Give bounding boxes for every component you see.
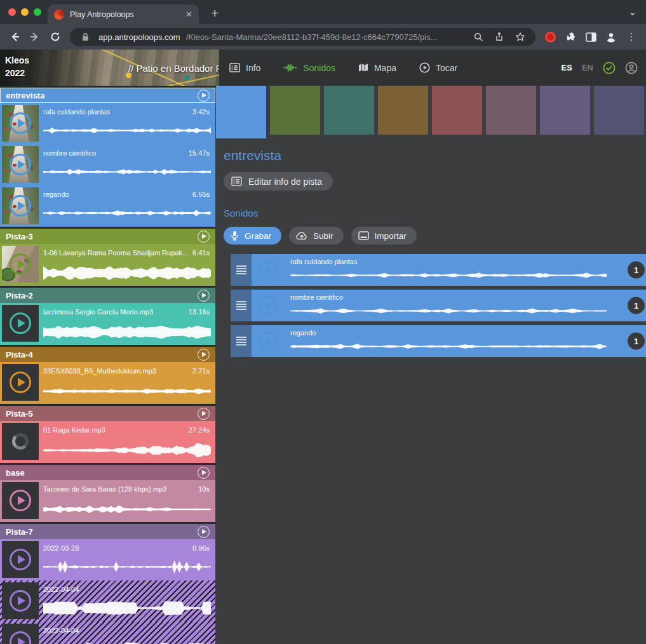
sidebar-sound[interactable]: 2022-03-28 0.96s	[0, 539, 215, 580]
sound-thumbnail[interactable]	[2, 482, 39, 519]
record-sound-button[interactable]: Grabar	[224, 227, 281, 245]
track-color-swatch[interactable]	[324, 86, 374, 135]
sound-thumbnail[interactable]	[252, 254, 283, 286]
track-header[interactable]: Pista-5	[0, 406, 215, 421]
track-swatch-strip	[215, 86, 646, 135]
browser-tab[interactable]: Play Antropoloops ✕	[48, 4, 199, 24]
back-button[interactable]	[5, 27, 24, 46]
sound-name: rafa cuidando plantas	[290, 258, 357, 265]
track-color-swatch[interactable]	[486, 86, 536, 135]
track-color-swatch[interactable]	[594, 86, 644, 135]
nav-sonidos[interactable]: Sonidos	[283, 63, 335, 73]
forward-button[interactable]	[25, 27, 44, 46]
sound-thumbnail[interactable]	[2, 305, 39, 342]
panel-sound-row[interactable]: regando 1	[231, 325, 646, 357]
bookmark-star-icon[interactable]	[513, 29, 528, 44]
upload-sound-button[interactable]: Subir	[289, 227, 344, 245]
nav-tocar[interactable]: Tocar	[419, 62, 457, 73]
breadcrumb: // Patio en Bordador Rodríguez Ojeda / R…	[128, 62, 219, 73]
record-extension-icon[interactable]	[541, 27, 560, 46]
track-color-swatch[interactable]	[270, 86, 320, 135]
profile-avatar-icon[interactable]	[602, 27, 621, 46]
language-en[interactable]: EN	[582, 63, 593, 72]
close-window-button[interactable]	[8, 8, 16, 16]
track-play-icon[interactable]	[198, 290, 210, 302]
track-play-icon[interactable]	[198, 526, 210, 538]
sidebar-sound[interactable]: lacrimosa Sergio García Merlo.mp3 13.16s	[0, 303, 215, 345]
drag-handle[interactable]	[231, 254, 252, 286]
sound-thumbnail[interactable]	[2, 582, 39, 619]
address-bar[interactable]: app.antropoloops.com/Kleos-Santa-Marina/…	[70, 28, 535, 46]
sound-waveform	[43, 206, 211, 220]
sound-thumbnail[interactable]	[2, 246, 39, 283]
sound-waveform	[290, 305, 607, 317]
track-play-icon[interactable]	[198, 408, 210, 420]
sidebar-sound[interactable]: nombre cientifico 15.47s	[0, 144, 215, 185]
sidebar-sound[interactable]: 2022-04-04	[0, 622, 215, 644]
sidebar-sound[interactable]: 01 Raga Kedar.mp3 27.24s	[0, 421, 215, 463]
track-sounds: 33ESX6038_B5_Muthedukkum.mp3 2.71s	[0, 362, 215, 404]
language-es[interactable]: ES	[562, 63, 572, 72]
edit-track-info-button[interactable]: Editar info de pista	[224, 172, 333, 191]
track-header[interactable]: Pista-3	[0, 229, 215, 244]
tab-close-icon[interactable]: ✕	[185, 10, 192, 18]
share-icon[interactable]	[492, 29, 507, 44]
sound-thumbnail[interactable]	[2, 423, 39, 460]
new-tab-button[interactable]: +	[211, 6, 219, 20]
drag-handle[interactable]	[231, 290, 252, 321]
track-header[interactable]: Pista-7	[0, 524, 215, 539]
sound-thumbnail[interactable]	[2, 187, 39, 224]
extensions-puzzle-icon[interactable]	[561, 27, 580, 46]
track-header[interactable]: Pista-4	[0, 347, 215, 362]
track-play-icon[interactable]	[198, 231, 210, 243]
import-sound-button[interactable]: Importar	[351, 227, 417, 245]
track-name: Pista-5	[6, 409, 33, 419]
track-color-swatch[interactable]	[216, 86, 266, 138]
sidebar-sound[interactable]: rafa cuidando plantas 3.42s	[0, 103, 215, 144]
track-play-icon[interactable]	[198, 467, 210, 479]
panel-sound-row[interactable]: nombre cientifico 1	[231, 290, 646, 321]
sound-thumbnail[interactable]	[2, 364, 39, 401]
maximize-window-button[interactable]	[34, 8, 41, 16]
track-play-icon[interactable]	[198, 90, 210, 102]
account-icon[interactable]	[625, 62, 638, 74]
sound-thumbnail[interactable]	[2, 105, 39, 142]
nav-mapa[interactable]: Mapa	[358, 63, 396, 73]
track-color-swatch[interactable]	[378, 86, 428, 135]
sound-thumbnail[interactable]	[2, 541, 39, 578]
zoom-search-icon[interactable]	[471, 29, 486, 44]
sound-thumbnail[interactable]	[2, 624, 39, 644]
play-triangle-icon	[18, 378, 25, 387]
sound-thumbnail[interactable]	[252, 325, 283, 357]
track-header[interactable]: entrevista	[0, 88, 215, 103]
map-pin-icon	[126, 72, 131, 78]
play-triangle-icon	[18, 555, 25, 564]
side-panel-icon[interactable]	[581, 27, 600, 46]
sound-thumbnail[interactable]	[2, 146, 39, 183]
track-color-swatch[interactable]	[540, 86, 590, 135]
url-path: /Kleos-Santa-Marina/20ee8112-b37f-459d-8…	[186, 32, 465, 42]
sound-name: nombre cientifico	[290, 293, 343, 301]
browser-menu-kebab-icon[interactable]: ⋮	[622, 27, 641, 46]
sidebar-sound[interactable]: 33ESX6038_B5_Muthedukkum.mp3 2.71s	[0, 362, 215, 404]
track-color-swatch[interactable]	[432, 86, 482, 135]
panel-sound-row[interactable]: rafa cuidando plantas 1	[231, 254, 646, 286]
track-play-icon[interactable]	[198, 349, 210, 361]
sidebar-sound[interactable]: Taconeo de Sara Baras (128 kbps).mp3 10s	[0, 480, 215, 522]
sound-thumbnail[interactable]	[252, 290, 283, 321]
track-header[interactable]: base	[0, 465, 215, 480]
sidebar-sound[interactable]: 1-06 Lavanya Rama Poorna Shadjam Rupak..…	[0, 244, 215, 286]
browser-window: Play Antropoloops ✕ + ⌄ app.antropoloops…	[0, 0, 646, 644]
tab-search-chevron-icon[interactable]: ⌄	[628, 6, 636, 18]
project-logo[interactable]: Kleos 2022	[5, 54, 29, 80]
sidebar-sound[interactable]: 2022-04-04	[0, 580, 215, 622]
track-header[interactable]: Pista-2	[0, 288, 215, 303]
nav-info[interactable]: Info	[229, 63, 260, 73]
minimize-window-button[interactable]	[21, 8, 29, 16]
drag-handle-icon	[236, 265, 246, 274]
sidebar-sound[interactable]: regando 6.55s	[0, 185, 215, 227]
reload-button[interactable]	[46, 27, 65, 46]
track-name: Pista-7	[6, 527, 33, 537]
drag-handle[interactable]	[231, 325, 252, 357]
url-host: app.antropoloops.com	[98, 32, 180, 42]
